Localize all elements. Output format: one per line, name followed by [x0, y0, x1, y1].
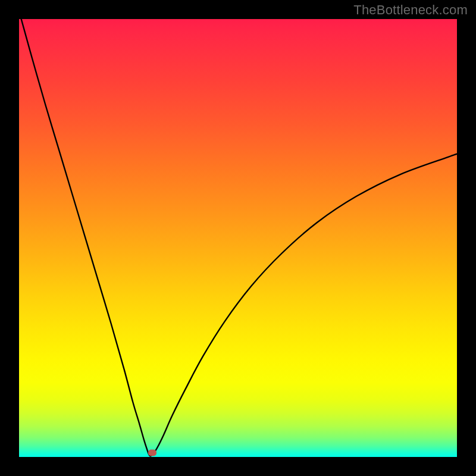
optimal-point-marker — [148, 450, 156, 456]
chart-frame: TheBottleneck.com — [0, 0, 476, 476]
plot-area — [19, 19, 457, 457]
bottleneck-curve — [21, 19, 457, 456]
watermark-label: TheBottleneck.com — [353, 2, 468, 18]
curve-svg — [19, 19, 457, 457]
